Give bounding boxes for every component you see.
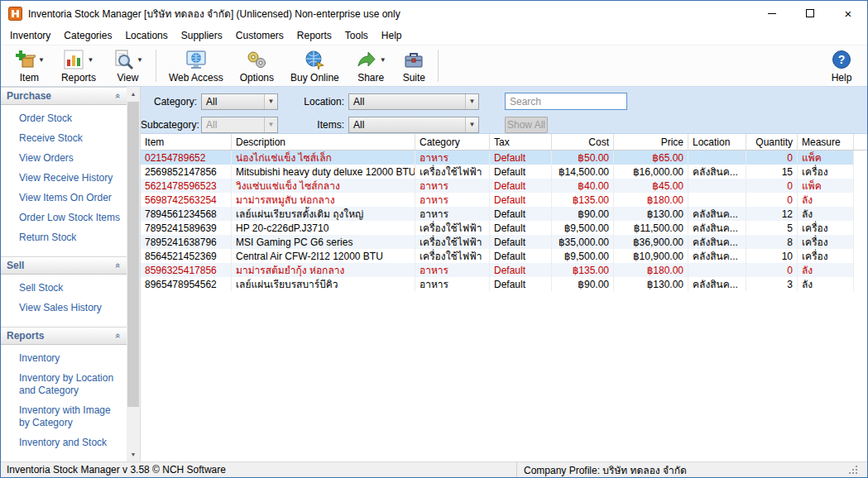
table-row[interactable]: 7895241638796 MSI Gaming PC G6 series เค… <box>141 235 854 249</box>
sidebar-link[interactable]: View Receive History <box>19 172 123 184</box>
cell-location <box>688 179 746 193</box>
sidebar-section-purchase: Purchase « Order StockReceive StockView … <box>1 87 127 246</box>
toolbar-buy-online-button[interactable]: Buy Online <box>282 45 348 86</box>
table-row[interactable]: 02154789652 น่องไก่แช่แข็ง ไซส์เล็ก อาหา… <box>141 151 854 165</box>
item-add-icon <box>14 49 36 70</box>
toolbar-options-button[interactable]: Options <box>232 45 282 86</box>
menu-item[interactable]: Reports <box>290 26 338 45</box>
resize-grip[interactable] <box>848 465 859 476</box>
location-filter-select[interactable]: All ▼ <box>348 93 479 110</box>
table-row[interactable]: 8564521452369 Central Air CFW-2I12 12000… <box>141 249 854 263</box>
cell-item: 8564521452369 <box>141 249 232 263</box>
sidebar-header-sell[interactable]: Sell « <box>1 256 127 275</box>
category-filter-select[interactable]: All ▼ <box>201 93 278 110</box>
cell-description: Mitsubishi heavy duty deluxe 12000 BTU <box>232 165 415 179</box>
cell-measure: เครื่อง <box>798 221 854 235</box>
view-magnifier-icon <box>113 49 134 70</box>
table-row[interactable]: 8965478954562 เลย์แผ่นเรียบรสบาร์บีคิว อ… <box>141 277 854 291</box>
cell-tax: Default <box>490 249 552 263</box>
maximize-button[interactable] <box>791 1 829 26</box>
chevron-down-icon: ▼ <box>38 56 45 64</box>
sidebar-link[interactable]: Inventory with Image by Category <box>19 404 123 429</box>
menu-item[interactable]: Tools <box>338 26 375 45</box>
titlebar: Inventoria Stock Manager [บริษัท ทดลอง จ… <box>1 1 867 26</box>
collapse-chevron-icon[interactable]: « <box>113 333 123 338</box>
collapse-chevron-icon[interactable]: « <box>113 263 123 268</box>
scrollbar-track[interactable] <box>127 101 140 447</box>
cell-measure: ลัง <box>798 277 854 291</box>
sidebar-link[interactable]: Sell Stock <box>19 282 123 294</box>
toolbar-item-button[interactable]: ▼ Item <box>6 45 53 86</box>
cell-item: 8965478954562 <box>141 277 232 291</box>
toolbar-suite-button[interactable]: Suite <box>395 45 434 86</box>
toolbar-reports-button[interactable]: ▼ Reports <box>53 45 104 86</box>
cell-location: คลังสินค... <box>688 235 746 249</box>
cell-item: 7895241638796 <box>141 235 232 249</box>
show-all-button[interactable]: Show All <box>505 117 548 133</box>
sidebar-header-reports[interactable]: Reports « <box>1 327 127 345</box>
scroll-up-icon[interactable]: ▲ <box>127 87 140 101</box>
sidebar-link[interactable]: Receive Stock <box>19 132 123 145</box>
close-button[interactable]: × <box>829 1 867 26</box>
column-header-cost[interactable]: Cost <box>552 134 614 150</box>
toolbar-spacer <box>443 45 822 86</box>
menu-item[interactable]: Suppliers <box>175 26 229 45</box>
toolbar-view-button[interactable]: ▼ View <box>104 45 151 86</box>
search-input[interactable] <box>505 93 627 110</box>
sidebar-scrollbar[interactable]: ▲ ▼ <box>127 87 141 461</box>
cell-item: 5621478596523 <box>141 179 232 193</box>
items-filter-select[interactable]: All ▼ <box>348 117 479 133</box>
scroll-down-icon[interactable]: ▼ <box>127 447 140 461</box>
column-header-item[interactable]: Item <box>141 134 232 150</box>
suite-case-icon <box>403 49 424 70</box>
minimize-button[interactable] <box>753 1 791 26</box>
sidebar-link[interactable]: Inventory and Stock <box>19 437 123 449</box>
cell-cost: ฿135.00 <box>552 193 614 207</box>
table-row[interactable]: 8596325417856 มาม่ารสต้มยำกุ้ง ห่อกลาง อ… <box>141 263 854 277</box>
cell-quantity: 10 <box>746 249 798 263</box>
sidebar-link[interactable]: View Orders <box>19 152 123 165</box>
sidebar-link[interactable]: View Items On Order <box>19 192 123 204</box>
sidebar-link[interactable]: View Sales History <box>19 302 123 314</box>
toolbar-share-button[interactable]: ▼ Share <box>348 45 395 86</box>
table-row[interactable]: 5621478596523 วิงแซ่บแช่แข็ง ไซส์กลาง อา… <box>141 179 854 193</box>
scrollbar-thumb[interactable] <box>127 102 139 407</box>
toolbar-web-access-button[interactable]: Web Access <box>161 45 232 86</box>
sidebar-link[interactable]: Order Stock <box>19 112 123 125</box>
subcategory-filter-select[interactable]: All ▼ <box>201 117 278 133</box>
cell-description: เลย์แผ่นเรียบรสดั้งเดิม ถุงใหญ่ <box>232 207 415 221</box>
column-header-measure[interactable]: Measure <box>798 134 854 150</box>
toolbar-help-button[interactable]: ? Help <box>822 45 861 86</box>
sidebar-link[interactable]: Inventory <box>19 352 123 365</box>
collapse-chevron-icon[interactable]: « <box>113 93 123 98</box>
menu-item[interactable]: Locations <box>118 26 174 45</box>
menu-item[interactable]: Help <box>375 26 409 45</box>
table-row[interactable]: 7895241589639 HP 20-c226dP.J3710 เครื่อง… <box>141 221 854 235</box>
menu-item[interactable]: Categories <box>57 26 118 45</box>
cell-item: 2569852147856 <box>141 165 232 179</box>
cell-quantity: 3 <box>746 277 798 291</box>
menu-item[interactable]: Customers <box>229 26 290 45</box>
filter-panel: Category: All ▼ Location: All ▼ Subcateg… <box>141 87 867 134</box>
cell-tax: Default <box>490 193 552 207</box>
content-area: Category: All ▼ Location: All ▼ Subcateg… <box>141 87 867 461</box>
chevron-down-icon: ▼ <box>264 117 277 132</box>
sidebar-link[interactable]: Inventory by Location and Category <box>19 372 123 397</box>
sidebar-header-purchase[interactable]: Purchase « <box>1 87 127 105</box>
column-header-quantity[interactable]: Quantity <box>746 134 798 150</box>
column-header-description[interactable]: Description <box>232 134 415 150</box>
sidebar-link[interactable]: Order Low Stock Items <box>19 212 123 224</box>
column-header-price[interactable]: Price <box>614 134 688 150</box>
column-header-location[interactable]: Location <box>688 134 746 150</box>
cell-item: 7894561234568 <box>141 207 232 221</box>
column-header-tax[interactable]: Tax <box>490 134 552 150</box>
cell-location: คลังสินค... <box>688 221 746 235</box>
menu-item[interactable]: Inventory <box>3 26 57 45</box>
cell-quantity: 0 <box>746 193 798 207</box>
sidebar-link[interactable]: Return Stock <box>19 232 123 244</box>
table-row[interactable]: 7894561234568 เลย์แผ่นเรียบรสดั้งเดิม ถุ… <box>141 207 854 221</box>
cell-category: เครื่องใช้ไฟฟ้า <box>415 221 490 235</box>
table-row[interactable]: 2569852147856 Mitsubishi heavy duty delu… <box>141 165 854 179</box>
column-header-category[interactable]: Category <box>415 134 490 150</box>
table-row[interactable]: 5698742563254 มาม่ารสหมูสับ ห่อกลาง อาหา… <box>141 193 854 207</box>
